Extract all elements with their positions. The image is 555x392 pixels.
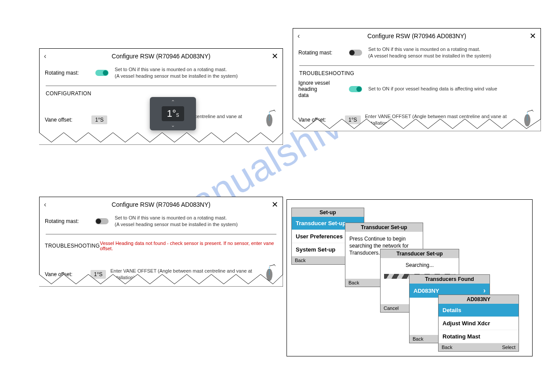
card-header: AD083NY	[439, 295, 519, 304]
dialog-title: Configure RSW (R70946 AD083NY)	[305, 32, 528, 40]
error-message: Vessel Heading data not found - check se…	[100, 241, 277, 251]
rotating-mast-label: Rotating mast:	[298, 50, 349, 56]
svg-line-7	[532, 110, 533, 111]
chevron-up-icon[interactable]: ⌃	[171, 100, 175, 104]
back-button[interactable]: Back	[348, 280, 359, 285]
vane-offset-label: Vane offset:	[45, 117, 91, 123]
close-icon[interactable]: ✕	[270, 200, 278, 209]
card-header: Transducers Found	[410, 275, 490, 284]
cancel-button[interactable]: Cancel	[384, 306, 399, 311]
svg-line-11	[274, 264, 276, 266]
mast-icon	[261, 110, 277, 130]
back-button[interactable]: Back	[442, 345, 452, 350]
chevron-down-icon[interactable]: ⌄	[171, 123, 175, 128]
back-button[interactable]: Back	[413, 336, 423, 342]
section-troubleshooting: TROUBLESHOOTING	[293, 69, 540, 77]
ignore-heading-label: Ignore vessel headingdata	[298, 80, 349, 98]
menu-rotating-mast[interactable]: Rotating Mast	[439, 330, 519, 343]
rotating-mast-label: Rotating mast:	[45, 70, 95, 76]
panel-i70-flow: Set-up Transducer Set-up User Preference…	[287, 199, 533, 356]
close-icon[interactable]: ✕	[270, 51, 278, 61]
vane-offset-spinner[interactable]: ⌃ 1°S ⌄	[150, 97, 196, 130]
rotating-mast-toggle[interactable]	[95, 218, 109, 224]
card-transducer-detail: AD083NY Details Adjust Wind Xdcr Rotatin…	[438, 295, 519, 352]
vane-offset-value[interactable]: 1°S	[91, 115, 107, 124]
section-troubleshooting: TROUBLESHOOTING	[45, 243, 100, 249]
menu-adjust-wind[interactable]: Adjust Wind Xdcr	[439, 317, 519, 330]
back-icon[interactable]: ‹	[297, 32, 305, 40]
svg-line-2	[269, 110, 275, 111]
back-icon[interactable]: ‹	[44, 201, 52, 209]
rotating-mast-desc: Set to ON if this vane is mounted on a r…	[368, 46, 491, 59]
searching-label: Searching...	[381, 258, 459, 272]
back-button[interactable]: Back	[295, 258, 305, 263]
back-icon[interactable]: ‹	[44, 52, 52, 60]
ignore-heading-desc: Set to ON if poor vessel heading data is…	[368, 86, 497, 92]
rotating-mast-desc: Set to ON if this vane is mounted on a r…	[115, 215, 238, 228]
select-button[interactable]: Select	[502, 345, 515, 350]
dialog-title: Configure RSW (R70946 AD083NY)	[52, 53, 270, 60]
chevron-right-icon: ›	[483, 287, 486, 295]
panel-config-1: ‹ Configure RSW (R70946 AD083NY) ✕ Rotat…	[39, 48, 283, 145]
panel-config-2: ‹ Configure RSW (R70946 AD083NY) ✕ Rotat…	[293, 28, 541, 131]
menu-details[interactable]: Details	[439, 304, 519, 317]
panel-config-3: ‹ Configure RSW (R70946 AD083NY) ✕ Rotat…	[39, 197, 283, 287]
card-header: Set-up	[292, 208, 364, 217]
close-icon[interactable]: ✕	[528, 31, 536, 41]
svg-line-3	[274, 110, 276, 111]
svg-line-10	[269, 265, 275, 266]
torn-edge	[293, 119, 541, 131]
rotating-mast-label: Rotating mast:	[45, 218, 95, 224]
torn-edge	[39, 274, 283, 287]
rotating-mast-toggle[interactable]	[95, 70, 109, 76]
svg-line-6	[527, 110, 533, 111]
rotating-mast-desc: Set to ON if this vane is mounted on a r…	[115, 66, 238, 79]
rotating-mast-toggle[interactable]	[349, 50, 362, 56]
spinner-value: 1°S	[162, 106, 185, 121]
section-configuration: CONFIGURATION	[40, 90, 283, 97]
dialog-title: Configure RSW (R70946 AD083NY)	[52, 201, 270, 208]
ignore-heading-toggle[interactable]	[349, 86, 362, 92]
torn-edge	[39, 133, 283, 145]
card-header: Transducer Set-up	[345, 223, 423, 232]
card-header: Transducer Set-up	[381, 249, 459, 258]
